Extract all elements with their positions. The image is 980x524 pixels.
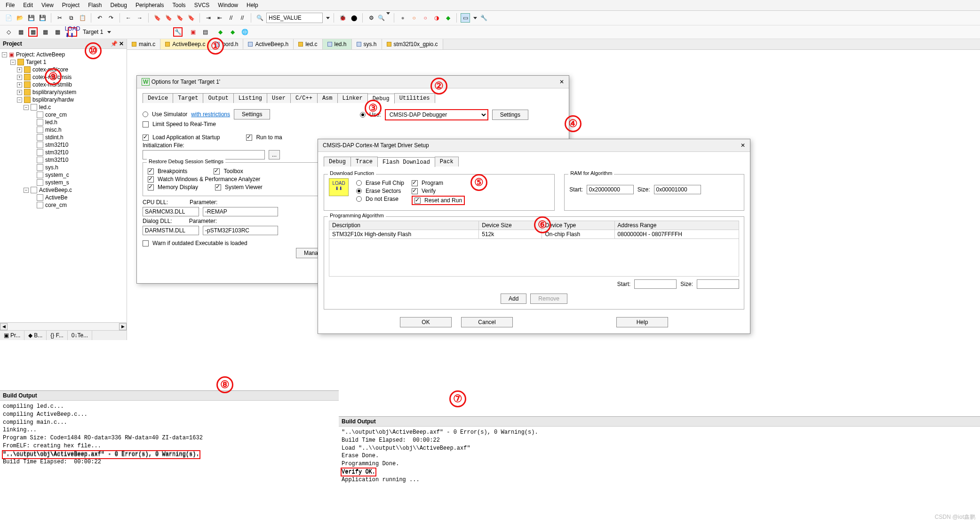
tab-led-c[interactable]: led.c (294, 39, 322, 49)
outdent-icon[interactable]: ⇤ (215, 13, 224, 23)
algorithm-table[interactable]: DescriptionDevice SizeDevice TypeAddress… (329, 221, 739, 277)
tab-cc[interactable]: C/C++ (290, 93, 318, 103)
menu-project[interactable]: Project (62, 2, 80, 8)
alg-start-input[interactable] (634, 279, 677, 289)
add-button[interactable]: Add (501, 294, 526, 304)
menu-flash[interactable]: Flash (88, 2, 102, 8)
config-icon[interactable]: ⚙ (367, 13, 376, 23)
nav-back-icon[interactable]: ← (124, 13, 133, 23)
marker4-icon[interactable]: ◑ (432, 13, 441, 23)
init-file-input[interactable] (143, 150, 265, 159)
use-debugger-radio[interactable] (360, 112, 366, 118)
translate-icon[interactable]: ◇ (4, 27, 13, 37)
warn-checkbox[interactable] (143, 240, 149, 246)
marker1-icon[interactable]: ● (398, 13, 407, 23)
project-bottom-tabs[interactable]: ▣ Pr... ◆ B... {} F... 0↓Te... (0, 330, 127, 340)
tab-activebeep-c[interactable]: ActiveBeep.c (160, 39, 210, 49)
debug-icon[interactable]: 🐞 (338, 13, 347, 23)
restrictions-link[interactable]: with restrictions (191, 111, 230, 118)
tab-books[interactable]: ◆ B... (24, 331, 47, 340)
cpu-dll-input[interactable] (143, 207, 199, 216)
open-icon[interactable]: 📂 (15, 13, 24, 23)
rebuild-icon[interactable]: ▦ (40, 27, 50, 37)
bookmark-prev-icon[interactable]: 🔖 (164, 13, 173, 23)
tab-asm[interactable]: Asm (317, 93, 338, 103)
menu-help[interactable]: Help (247, 2, 258, 8)
tab-drv-trace[interactable]: Trace (351, 157, 378, 167)
undo-icon[interactable]: ↶ (95, 13, 104, 23)
build-icon[interactable]: ▦ (16, 27, 25, 37)
options-icon[interactable]: 🔧 (173, 27, 183, 37)
menu-svcs[interactable]: SVCS (194, 2, 210, 8)
find-input[interactable] (266, 13, 323, 23)
rte-icon[interactable]: ◆ (228, 27, 237, 37)
build-target-icon[interactable]: ▦ (28, 27, 38, 37)
find-dropdown-icon[interactable] (326, 17, 330, 19)
tab-stm32-gpio-c[interactable]: stm32f10x_gpio.c (382, 39, 443, 49)
indent-icon[interactable]: ⇥ (204, 13, 213, 23)
tab-led-h[interactable]: led.h (323, 39, 352, 49)
tab-output[interactable]: Output (203, 93, 233, 103)
tab-user[interactable]: User (267, 93, 291, 103)
manage-icon[interactable]: ▣ (188, 27, 198, 37)
verify-checkbox[interactable] (412, 188, 418, 194)
marker5-icon[interactable]: ◆ (443, 13, 453, 23)
cut-icon[interactable]: ✂ (55, 13, 64, 23)
toolbox-checkbox[interactable] (214, 168, 220, 175)
nav-fwd-icon[interactable]: → (135, 13, 144, 23)
save-icon[interactable]: 💾 (26, 13, 36, 23)
alg-size-input[interactable] (697, 279, 739, 289)
tab-activebeep-h[interactable]: ActiveBeep.h (243, 39, 294, 49)
tab-bord-h[interactable]: bord.h (210, 39, 243, 49)
remove-button[interactable]: Remove (530, 294, 567, 304)
tab-utilities[interactable]: Utilities (394, 93, 435, 103)
ram-size-input[interactable] (654, 185, 701, 194)
simulate-icon[interactable]: 🌐 (240, 27, 249, 37)
uncomment-icon[interactable]: // (238, 13, 247, 23)
debugger-select[interactable]: CMSIS-DAP Debugger (385, 109, 488, 120)
tab-device[interactable]: Device (143, 93, 173, 103)
close-panel-icon[interactable]: ✕ (119, 40, 124, 47)
close-icon[interactable]: ✕ (741, 142, 745, 149)
find-icon[interactable]: 🔍 (255, 13, 264, 23)
tab-drv-pack[interactable]: Pack (435, 157, 459, 167)
tab-target[interactable]: Target (173, 93, 203, 103)
browse-button[interactable]: ... (269, 150, 280, 159)
erase-full-radio[interactable] (356, 180, 362, 186)
ram-start-input[interactable] (587, 185, 634, 194)
bookmark-icon[interactable]: 🔖 (152, 13, 162, 23)
driver-cancel-button[interactable]: Cancel (461, 317, 513, 327)
tab-project[interactable]: ▣ Pr... (0, 331, 24, 340)
load-app-checkbox[interactable] (143, 135, 149, 141)
no-erase-radio[interactable] (356, 196, 362, 202)
driver-help-button[interactable]: Help (616, 317, 668, 327)
menu-window[interactable]: Window (218, 2, 238, 8)
debugger-settings-button[interactable]: Settings (492, 110, 528, 120)
breakpoint-icon[interactable]: ⬤ (349, 13, 359, 23)
menu-edit[interactable]: Edit (23, 2, 33, 8)
sim-settings-button[interactable]: Settings (234, 109, 270, 119)
tab-functions[interactable]: {} F... (47, 331, 67, 340)
pin-icon[interactable]: 📌 (111, 40, 118, 47)
marker2-icon[interactable]: ○ (409, 13, 419, 23)
menu-tools[interactable]: Tools (173, 2, 186, 8)
target-dropdown-icon[interactable] (107, 31, 111, 33)
reset-run-checkbox[interactable] (414, 198, 421, 204)
batch-build-icon[interactable]: ▦ (53, 27, 62, 37)
close-icon[interactable]: ✕ (559, 79, 564, 85)
driver-ok-button[interactable]: OK (400, 317, 452, 327)
books-icon[interactable]: ▤ (200, 27, 210, 37)
tab-linker[interactable]: Linker (337, 93, 368, 103)
tab-flash-download[interactable]: Flash Download (377, 157, 435, 167)
memory-checkbox[interactable] (148, 184, 154, 191)
use-simulator-radio[interactable] (143, 111, 148, 117)
tab-listing[interactable]: Listing (233, 93, 267, 103)
project-tree[interactable]: −▣Project: ActiveBeep −Target 1 +cotex-m… (0, 49, 127, 322)
menu-file[interactable]: File (6, 2, 15, 8)
wrench-icon[interactable]: 🔧 (479, 13, 488, 23)
tab-templates[interactable]: 0↓Te... (68, 331, 92, 340)
marker3-icon[interactable]: ○ (421, 13, 430, 23)
comment-icon[interactable]: // (226, 13, 236, 23)
paste-icon[interactable]: 📋 (78, 13, 87, 23)
tab-sys-h[interactable]: sys.h (352, 39, 382, 49)
